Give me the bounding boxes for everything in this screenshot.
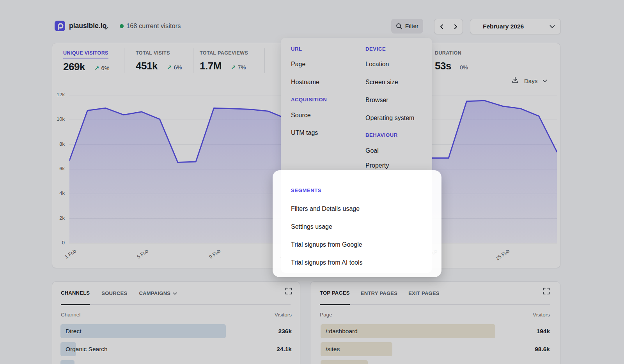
segment-option-settings-usage[interactable]: Settings usage [291,223,332,230]
segment-option-filters-and-details-usage[interactable]: Filters and Details usage [291,205,360,212]
segments-section: SEGMENTS Filters and Details usageSettin… [281,170,432,273]
filter-section-segments: SEGMENTS [291,187,321,193]
plausible-dashboard: plausible.io 168 current visitors Filter… [0,0,624,364]
segment-option-trial-signups-from-ai-tools[interactable]: Trial signups from AI tools [291,259,362,266]
menu-divider [281,179,432,179]
segment-option-trial-signups-from-google[interactable]: Trial signups from Google [291,241,362,248]
